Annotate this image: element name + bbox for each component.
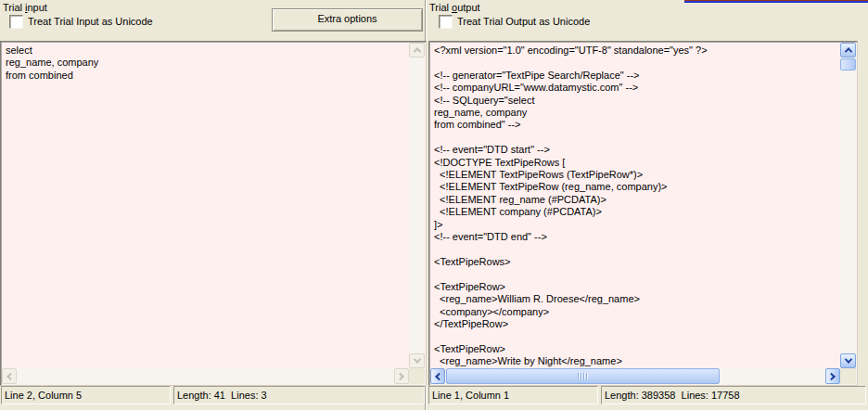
trial-input-label-prefix: Trial	[3, 2, 25, 13]
scroll-up-icon	[413, 47, 420, 55]
scrollbar-corner	[409, 368, 425, 384]
trial-output-text[interactable]: <?xml version="1.0" encoding="UTF-8" sta…	[430, 43, 840, 368]
scroll-down-button[interactable]	[409, 353, 425, 368]
trial-output-label: Trial output	[429, 2, 480, 13]
trial-input-text[interactable]: select reg_name, company from combined	[2, 43, 409, 368]
scroll-right-button[interactable]	[394, 368, 409, 384]
trial-output-label-suffix: utput	[457, 2, 479, 13]
top-edge-line	[684, 0, 868, 3]
output-status-position: Line 1, Column 1	[428, 386, 598, 404]
output-status-stats: Length: 389358 Lines: 17758	[601, 386, 866, 404]
trial-input-hscrollbar[interactable]	[2, 368, 409, 384]
scroll-down-icon	[844, 355, 851, 363]
scroll-right-icon	[396, 372, 403, 379]
scroll-right-button[interactable]	[825, 368, 840, 384]
scroll-left-button[interactable]	[430, 368, 445, 384]
trial-input-label: Trial input	[3, 2, 47, 13]
trial-input-vscrollbar[interactable]	[409, 43, 425, 368]
input-status-stats: Length: 41 Lines: 3	[173, 386, 425, 404]
input-status-position: Line 2, Column 5	[1, 386, 171, 404]
trial-input-label-suffix: nput	[28, 2, 47, 13]
treat-output-unicode-label[interactable]: Treat Trial Output as Unicode	[457, 16, 590, 27]
trial-input-textbox: select reg_name, company from combined	[0, 41, 427, 386]
vertical-scroll-thumb[interactable]	[840, 58, 856, 70]
trial-output-vscrollbar[interactable]	[840, 43, 856, 368]
scroll-down-icon	[413, 355, 420, 363]
trial-output-label-prefix: Trial	[429, 2, 452, 13]
scroll-left-icon	[435, 372, 442, 379]
scroll-left-icon	[6, 372, 14, 379]
trial-output-hscrollbar[interactable]	[430, 368, 840, 384]
scroll-left-button[interactable]	[2, 368, 17, 384]
textpipe-trial-screen: Trial input Treat Trial Input as Unicode…	[0, 0, 868, 410]
scrollbar-corner	[840, 368, 856, 384]
scroll-up-button[interactable]	[840, 43, 856, 58]
scroll-down-button[interactable]	[840, 353, 856, 368]
extra-options-button[interactable]: Extra options	[272, 8, 423, 32]
scroll-up-button[interactable]	[409, 43, 425, 58]
treat-output-unicode-checkbox[interactable]	[439, 15, 453, 29]
trial-output-textbox: <?xml version="1.0" encoding="UTF-8" sta…	[428, 41, 858, 386]
horizontal-scroll-thumb[interactable]	[446, 368, 720, 384]
treat-input-unicode-checkbox[interactable]	[9, 15, 23, 29]
treat-input-unicode-label[interactable]: Treat Trial Input as Unicode	[28, 16, 153, 27]
scroll-up-icon	[844, 47, 851, 55]
scroll-right-icon	[827, 372, 835, 379]
scroll-thumb-grip-icon	[578, 373, 588, 379]
